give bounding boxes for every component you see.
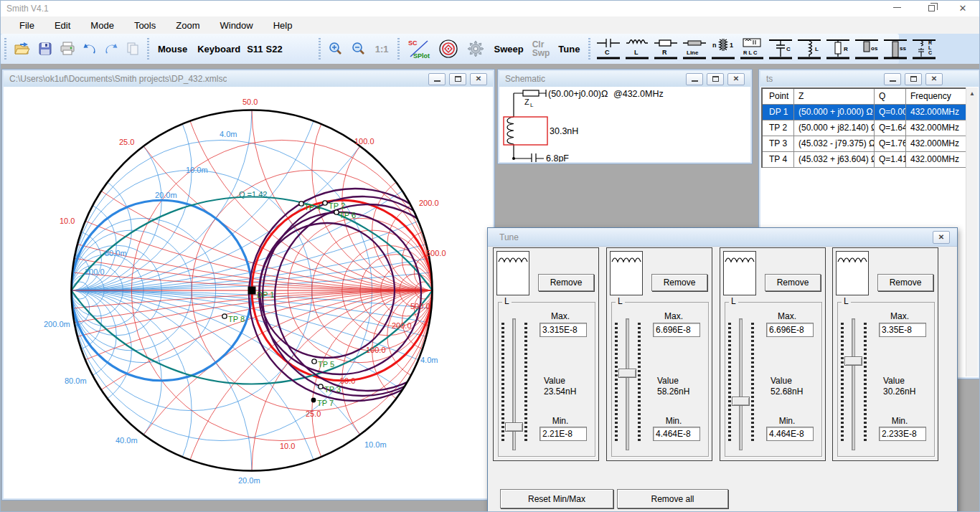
capacitor-value[interactable]: 6.8pF xyxy=(546,153,569,162)
menu-tools[interactable]: Tools xyxy=(124,18,166,33)
maximize-button[interactable] xyxy=(449,73,466,85)
menu-edit[interactable]: Edit xyxy=(44,18,80,33)
zoom-out-button[interactable] xyxy=(347,37,370,61)
shunt-rlc-component-button[interactable]: RLC xyxy=(910,36,938,62)
app-minimize-button[interactable] xyxy=(885,1,909,16)
close-icon[interactable]: ✕ xyxy=(727,73,745,85)
slider-thumb[interactable] xyxy=(618,369,636,378)
table-row[interactable]: TP 3(45.032 - j79.375) ΩQ=1.763432.000MH… xyxy=(763,136,967,152)
s11-button[interactable]: S11 xyxy=(245,37,264,61)
keyboard-mode-button[interactable]: Keyboard xyxy=(192,37,245,61)
min-value-input[interactable]: 2.233E-8 xyxy=(879,427,926,441)
minimize-button[interactable] xyxy=(428,73,446,85)
series-rlc-component-button[interactable]: R L C xyxy=(738,36,766,62)
clear-sweep-button[interactable]: ClrSwp xyxy=(529,37,554,61)
remove-all-button[interactable]: Remove all xyxy=(617,489,728,508)
undo-button[interactable] xyxy=(79,37,100,61)
table-row[interactable]: TP 2(50.000 + j82.140) ΩQ=1.643432.000MH… xyxy=(763,120,967,136)
tune-button[interactable]: Tune xyxy=(553,37,585,61)
chart-marker-tp-8[interactable] xyxy=(222,314,227,318)
schematic-canvas[interactable]: Z L (50.00+j0.00)Ω @432.0MHz 30.3nH 6.8p… xyxy=(500,87,751,162)
close-icon[interactable]: ✕ xyxy=(470,73,487,85)
save-button[interactable] xyxy=(34,37,56,61)
print-button[interactable] xyxy=(56,37,79,61)
table-row[interactable]: DP 1(50.000 + j0.000) ΩQ=0.000432.000MHz xyxy=(763,105,967,120)
inductor-value[interactable]: 30.3nH xyxy=(550,126,578,136)
max-value-input[interactable]: 6.696E-8 xyxy=(653,323,700,337)
reset-minmax-button[interactable]: Reset Min/Max xyxy=(500,489,613,508)
column-header-z[interactable]: Z xyxy=(794,89,875,105)
settings-gear-button[interactable] xyxy=(462,37,489,61)
schematic-window-titlebar[interactable]: Schematic ✕ xyxy=(499,71,750,87)
scroll-up-icon[interactable]: ▲ xyxy=(966,87,978,100)
shunt-l-component-button[interactable]: L xyxy=(795,36,824,62)
close-icon[interactable]: ✕ xyxy=(933,231,950,244)
series-l-component-button[interactable]: L xyxy=(623,36,651,62)
app-restore-button[interactable] xyxy=(919,1,943,16)
close-icon[interactable]: ✕ xyxy=(925,73,943,85)
maximize-button[interactable] xyxy=(707,73,724,85)
toolbar: Mouse Keyboard S11 S22 1:1 xyxy=(1,34,980,64)
menu-zoom[interactable]: Zoom xyxy=(166,18,209,33)
chart-marker-dp-1[interactable] xyxy=(248,287,256,295)
zoom-in-button[interactable] xyxy=(324,37,347,61)
chart-window-titlebar[interactable]: C:\Users\ok1uf\Documents\Smith projects\… xyxy=(4,71,493,87)
slider-track[interactable] xyxy=(739,318,743,450)
transformer-component-button[interactable]: n1 xyxy=(709,36,738,62)
slider-thumb[interactable] xyxy=(732,397,750,406)
chart-marker-tp-7[interactable] xyxy=(311,398,316,403)
column-header-frequency[interactable]: Frequency xyxy=(906,89,967,105)
menu-mode[interactable]: Mode xyxy=(80,18,124,33)
table-row[interactable]: TP 4(45.032 + j63.604) ΩQ=1.412432.000MH… xyxy=(763,152,967,168)
chart-marker-tp-5[interactable] xyxy=(312,359,316,364)
s22-button[interactable]: S22 xyxy=(265,37,284,61)
column-header-point[interactable]: Point xyxy=(763,89,794,105)
zoom-1to1-button[interactable]: 1:1 xyxy=(370,37,394,61)
max-value-input[interactable]: 3.35E-8 xyxy=(879,323,926,337)
slider-thumb[interactable] xyxy=(505,422,523,432)
max-value-input[interactable]: 6.696E-8 xyxy=(766,323,814,337)
smith-target-button[interactable] xyxy=(435,37,462,61)
shunt-c-component-button[interactable]: C xyxy=(766,36,795,62)
chart-marker-tp-6[interactable] xyxy=(334,210,339,214)
column-header-q[interactable]: Q xyxy=(875,89,906,105)
minimize-button[interactable] xyxy=(884,73,901,85)
min-value-input[interactable]: 4.464E-8 xyxy=(766,427,814,441)
minimize-button[interactable] xyxy=(686,73,703,85)
sc-splot-button[interactable]: SC SPlot xyxy=(403,37,435,61)
menu-file[interactable]: File xyxy=(9,18,44,33)
remove-tuner-button[interactable]: Remove xyxy=(651,274,707,291)
menu-window[interactable]: Window xyxy=(209,18,263,33)
remove-tuner-button[interactable]: Remove xyxy=(765,274,821,291)
remove-tuner-button[interactable]: Remove xyxy=(877,274,933,291)
tune-dialog-titlebar[interactable]: Tune xyxy=(488,228,957,247)
slider-track[interactable] xyxy=(626,318,629,450)
app-close-button[interactable]: ✕ xyxy=(951,1,975,16)
points-window-titlebar[interactable]: ts ✕ xyxy=(760,71,979,87)
chart-marker-tp-4[interactable] xyxy=(299,202,303,206)
slider-track[interactable] xyxy=(852,318,855,450)
series-line-component-button[interactable]: Line xyxy=(680,36,709,62)
redo-button[interactable] xyxy=(100,37,122,61)
remove-tuner-button[interactable]: Remove xyxy=(538,274,594,291)
smith-chart[interactable]: 50.025.04.0m100.010.0m20.0mQ =1.42200.01… xyxy=(4,87,494,499)
chart-marker-tp-3[interactable] xyxy=(319,384,323,389)
maximize-button[interactable] xyxy=(905,73,922,85)
min-value-input[interactable]: 2.21E-8 xyxy=(540,427,587,441)
series-r-component-button[interactable]: R xyxy=(651,36,680,62)
min-value-input[interactable]: 4.464E-8 xyxy=(653,427,700,441)
mouse-mode-button[interactable]: Mouse xyxy=(153,37,192,61)
shunt-r-component-button[interactable]: R xyxy=(824,36,852,62)
chart-grid-label: 10.0m xyxy=(186,166,208,174)
sweep-button[interactable]: Sweep xyxy=(489,37,529,61)
open-button[interactable] xyxy=(10,37,34,61)
open-stub-component-button[interactable]: os xyxy=(852,36,881,62)
shorted-stub-component-button[interactable]: ss xyxy=(881,36,910,62)
copy-button[interactable] xyxy=(122,37,143,61)
max-value-input[interactable]: 3.315E-8 xyxy=(540,323,587,337)
menu-help[interactable]: Help xyxy=(263,18,303,33)
chart-marker-tp-2[interactable] xyxy=(323,201,327,205)
slider-thumb[interactable] xyxy=(844,356,862,366)
series-c-component-button[interactable]: C xyxy=(594,36,623,62)
points-scrollbar[interactable]: ▲ xyxy=(966,87,978,376)
